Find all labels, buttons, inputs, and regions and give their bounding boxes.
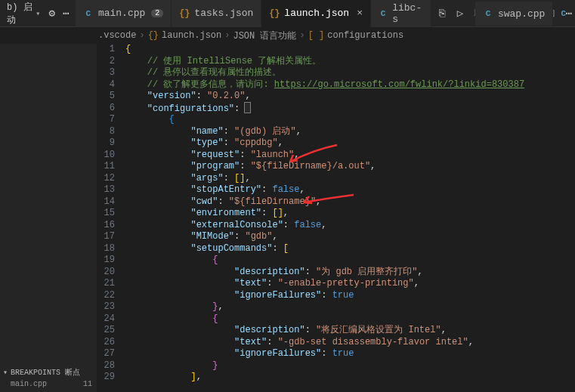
more-icon[interactable]: ⋯ xyxy=(61,7,71,20)
line-number: 21 xyxy=(97,278,115,290)
toolbar: b) 启动 ▾ ⚙ ⋯ C main.cpp 2 {} tasks.json {… xyxy=(0,0,575,27)
tab-label: main.cpp xyxy=(98,8,145,19)
breadcrumb-part[interactable]: JSON 语言功能 xyxy=(233,29,296,42)
tab-main-cpp[interactable]: C main.cpp 2 xyxy=(76,0,172,27)
json-file-icon: {} xyxy=(148,30,159,41)
debug-config-section: b) 启动 ▾ ⚙ ⋯ xyxy=(0,0,76,27)
breakpoints-section: ▾ BREAKPOINTS 断点 main.cpp 11 xyxy=(0,363,97,392)
secondary-editor-tabs: C swap.cpp C xyxy=(475,0,569,27)
breakpoints-label: BREAKPOINTS 断点 xyxy=(11,367,80,378)
line-number: 6 xyxy=(97,103,115,115)
line-number: 13 xyxy=(97,184,115,196)
c-file-icon: C xyxy=(379,8,388,19)
line-number: 5 xyxy=(97,91,115,103)
line-number: 7 xyxy=(97,114,115,126)
line-number: 18 xyxy=(97,243,115,255)
line-number: 16 xyxy=(97,220,115,232)
breadcrumb[interactable]: .vscode › {} launch.json › JSON 语言功能 › [… xyxy=(0,27,575,44)
json-file-icon: {} xyxy=(179,8,190,19)
breadcrumb-part[interactable]: configurations xyxy=(327,30,403,41)
line-number: 11 xyxy=(97,161,115,173)
line-number: 29 xyxy=(97,372,115,384)
line-number: 25 xyxy=(97,325,115,337)
line-number: 9 xyxy=(97,137,115,150)
tab-swap-cpp[interactable]: C swap.cpp xyxy=(475,2,553,26)
breakpoint-file: main.cpp xyxy=(11,380,47,388)
cpp-file-icon: C xyxy=(558,9,569,18)
line-number: 22 xyxy=(97,290,115,302)
breadcrumb-part[interactable]: launch.json xyxy=(162,30,221,41)
line-number: 4 xyxy=(97,79,115,91)
gear-icon[interactable]: ⚙ xyxy=(47,7,57,20)
line-number: 23 xyxy=(97,301,115,313)
array-icon: [ ] xyxy=(308,30,325,41)
line-number: 12 xyxy=(97,173,115,185)
breakpoints-header[interactable]: ▾ BREAKPOINTS 断点 xyxy=(0,366,95,379)
split-icon[interactable]: ⎘ xyxy=(436,8,448,20)
line-number: 10 xyxy=(97,150,115,162)
line-number: 8 xyxy=(97,126,115,138)
line-number: 1 xyxy=(97,44,115,56)
tab-libc-s[interactable]: C libc-s xyxy=(371,0,431,27)
line-number: 2 xyxy=(97,56,115,68)
run-config-dropdown[interactable]: b) 启动 ▾ xyxy=(5,0,42,28)
line-number: 14 xyxy=(97,196,115,208)
line-number: 24 xyxy=(97,313,115,326)
chevron-down-icon: ▾ xyxy=(3,368,8,377)
tab-label: launch.json xyxy=(284,8,349,19)
tab-tasks-json[interactable]: {} tasks.json xyxy=(172,0,261,27)
chevron-right-icon: › xyxy=(139,30,144,41)
tab-label: libc-s xyxy=(392,2,423,25)
chevron-down-icon: ▾ xyxy=(36,9,40,18)
code-content[interactable]: { // 使用 IntelliSense 了解相关属性。 // 悬停以查看现有属… xyxy=(125,44,575,392)
cursor xyxy=(245,103,250,113)
line-number: 19 xyxy=(97,255,115,267)
breadcrumb-part[interactable]: .vscode xyxy=(98,30,136,41)
chevron-right-icon: › xyxy=(299,30,305,41)
line-number-gutter: 1234567891011121314151617181920212223242… xyxy=(97,44,125,392)
run-config-label: b) 启动 xyxy=(7,1,32,26)
editor-area: ▾ BREAKPOINTS 断点 main.cpp 11 12345678910… xyxy=(0,44,575,392)
cpp-file-icon: C xyxy=(483,8,493,19)
tab-launch-json[interactable]: {} launch.json × xyxy=(261,0,371,27)
line-number: 17 xyxy=(97,231,115,243)
line-number: 28 xyxy=(97,360,115,372)
chevron-right-icon: › xyxy=(224,30,230,41)
line-number: 15 xyxy=(97,208,115,220)
tab-label: swap.cpp xyxy=(498,8,545,20)
line-number: 20 xyxy=(97,267,115,279)
cpp-file-icon: C xyxy=(83,8,94,19)
code-editor[interactable]: 1234567891011121314151617181920212223242… xyxy=(97,44,575,392)
play-icon[interactable]: ▷ xyxy=(454,7,466,20)
breakpoint-line: 11 xyxy=(83,380,92,388)
side-panel: ▾ BREAKPOINTS 断点 main.cpp 11 xyxy=(0,44,97,392)
tab-label: tasks.json xyxy=(194,8,253,19)
close-icon[interactable]: × xyxy=(357,8,363,19)
tab-badge: 2 xyxy=(151,9,163,17)
line-number: 3 xyxy=(97,67,115,79)
json-file-icon: {} xyxy=(269,8,280,19)
line-number: 26 xyxy=(97,337,115,349)
breakpoint-item[interactable]: main.cpp 11 xyxy=(0,379,95,389)
editor-tabs: C main.cpp 2 {} tasks.json {} launch.jso… xyxy=(76,0,431,27)
line-number: 27 xyxy=(97,348,115,360)
